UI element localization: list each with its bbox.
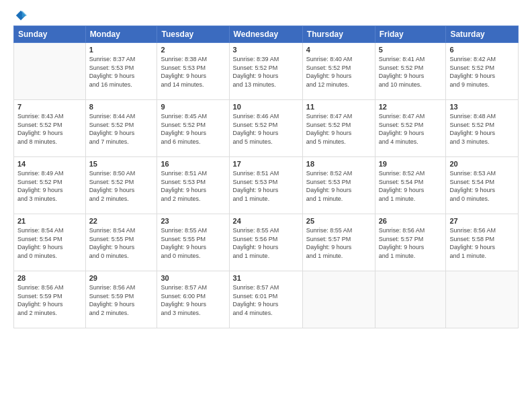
day-info: Sunrise: 8:38 AMSunset: 5:53 PMDaylight:… — [161, 55, 225, 89]
calendar-cell: 16Sunrise: 8:51 AMSunset: 5:53 PMDayligh… — [157, 157, 229, 214]
day-info: Sunrise: 8:46 AMSunset: 5:52 PMDaylight:… — [233, 112, 299, 146]
day-info: Sunrise: 8:51 AMSunset: 5:53 PMDaylight:… — [161, 169, 225, 203]
day-number: 16 — [161, 160, 225, 168]
calendar-week-row: 21Sunrise: 8:54 AMSunset: 5:54 PMDayligh… — [14, 214, 519, 271]
day-info: Sunrise: 8:55 AMSunset: 5:57 PMDaylight:… — [306, 226, 371, 260]
day-number: 11 — [306, 103, 371, 111]
day-info: Sunrise: 8:40 AMSunset: 5:52 PMDaylight:… — [306, 55, 371, 89]
day-number: 19 — [379, 160, 443, 168]
svg-marker-1 — [22, 11, 27, 18]
calendar-cell: 3Sunrise: 8:39 AMSunset: 5:52 PMDaylight… — [229, 43, 302, 100]
calendar-cell: 24Sunrise: 8:55 AMSunset: 5:56 PMDayligh… — [229, 214, 302, 271]
calendar-cell: 28Sunrise: 8:56 AMSunset: 5:59 PMDayligh… — [14, 271, 86, 328]
day-number: 28 — [17, 274, 82, 282]
calendar-cell — [375, 271, 446, 328]
day-info: Sunrise: 8:55 AMSunset: 5:56 PMDaylight:… — [233, 226, 299, 260]
day-number: 4 — [306, 46, 371, 54]
calendar-cell: 6Sunrise: 8:42 AMSunset: 5:52 PMDaylight… — [446, 43, 519, 100]
calendar-cell: 8Sunrise: 8:44 AMSunset: 5:52 PMDaylight… — [85, 100, 157, 157]
day-info: Sunrise: 8:49 AMSunset: 5:52 PMDaylight:… — [17, 169, 82, 203]
calendar-cell: 4Sunrise: 8:40 AMSunset: 5:52 PMDaylight… — [302, 43, 375, 100]
day-info: Sunrise: 8:56 AMSunset: 5:57 PMDaylight:… — [379, 226, 443, 260]
day-info: Sunrise: 8:48 AMSunset: 5:52 PMDaylight:… — [449, 112, 515, 146]
day-info: Sunrise: 8:39 AMSunset: 5:52 PMDaylight:… — [233, 55, 299, 89]
day-info: Sunrise: 8:47 AMSunset: 5:52 PMDaylight:… — [306, 112, 371, 146]
logo — [13, 11, 27, 19]
calendar-cell: 15Sunrise: 8:50 AMSunset: 5:52 PMDayligh… — [85, 157, 157, 214]
day-number: 21 — [17, 217, 82, 225]
calendar-day-header: Thursday — [302, 26, 375, 43]
day-number: 13 — [449, 103, 515, 111]
day-number: 10 — [233, 103, 299, 111]
calendar-day-header: Tuesday — [157, 26, 229, 43]
day-info: Sunrise: 8:57 AMSunset: 6:00 PMDaylight:… — [161, 283, 225, 317]
day-number: 22 — [89, 217, 154, 225]
day-info: Sunrise: 8:45 AMSunset: 5:52 PMDaylight:… — [161, 112, 225, 146]
calendar-cell: 23Sunrise: 8:55 AMSunset: 5:55 PMDayligh… — [157, 214, 229, 271]
calendar-cell: 26Sunrise: 8:56 AMSunset: 5:57 PMDayligh… — [375, 214, 446, 271]
calendar-cell: 2Sunrise: 8:38 AMSunset: 5:53 PMDaylight… — [157, 43, 229, 100]
day-number: 6 — [449, 46, 515, 54]
calendar-cell: 14Sunrise: 8:49 AMSunset: 5:52 PMDayligh… — [14, 157, 86, 214]
calendar-cell: 29Sunrise: 8:56 AMSunset: 5:59 PMDayligh… — [85, 271, 157, 328]
day-number: 30 — [161, 274, 225, 282]
day-number: 20 — [449, 160, 515, 168]
day-info: Sunrise: 8:51 AMSunset: 5:53 PMDaylight:… — [233, 169, 299, 203]
calendar-cell: 17Sunrise: 8:51 AMSunset: 5:53 PMDayligh… — [229, 157, 302, 214]
day-number: 9 — [161, 103, 225, 111]
day-number: 29 — [89, 274, 154, 282]
calendar-cell: 1Sunrise: 8:37 AMSunset: 5:53 PMDaylight… — [85, 43, 157, 100]
calendar-cell: 21Sunrise: 8:54 AMSunset: 5:54 PMDayligh… — [14, 214, 86, 271]
calendar-day-header: Wednesday — [229, 26, 302, 43]
day-info: Sunrise: 8:52 AMSunset: 5:53 PMDaylight:… — [306, 169, 371, 203]
day-number: 23 — [161, 217, 225, 225]
day-number: 18 — [306, 160, 371, 168]
calendar-day-header: Monday — [85, 26, 157, 43]
day-info: Sunrise: 8:52 AMSunset: 5:54 PMDaylight:… — [379, 169, 443, 203]
calendar-cell — [446, 271, 519, 328]
calendar-cell: 31Sunrise: 8:57 AMSunset: 6:01 PMDayligh… — [229, 271, 302, 328]
day-number: 8 — [89, 103, 154, 111]
day-info: Sunrise: 8:57 AMSunset: 6:01 PMDaylight:… — [233, 283, 299, 317]
day-number: 12 — [379, 103, 443, 111]
day-info: Sunrise: 8:42 AMSunset: 5:52 PMDaylight:… — [449, 55, 515, 89]
calendar-cell: 20Sunrise: 8:53 AMSunset: 5:54 PMDayligh… — [446, 157, 519, 214]
calendar-cell: 11Sunrise: 8:47 AMSunset: 5:52 PMDayligh… — [302, 100, 375, 157]
day-number: 26 — [379, 217, 443, 225]
calendar-cell: 12Sunrise: 8:47 AMSunset: 5:52 PMDayligh… — [375, 100, 446, 157]
calendar-cell: 19Sunrise: 8:52 AMSunset: 5:54 PMDayligh… — [375, 157, 446, 214]
calendar-day-header: Saturday — [446, 26, 519, 43]
day-info: Sunrise: 8:47 AMSunset: 5:52 PMDaylight:… — [379, 112, 443, 146]
day-info: Sunrise: 8:55 AMSunset: 5:55 PMDaylight:… — [161, 226, 225, 260]
day-number: 7 — [17, 103, 82, 111]
calendar-cell — [302, 271, 375, 328]
day-number: 27 — [449, 217, 515, 225]
day-number: 15 — [89, 160, 154, 168]
logo-icon — [15, 9, 27, 21]
calendar-day-header: Sunday — [14, 26, 86, 43]
day-number: 14 — [17, 160, 82, 168]
day-info: Sunrise: 8:43 AMSunset: 5:52 PMDaylight:… — [17, 112, 82, 146]
day-number: 2 — [161, 46, 225, 54]
calendar-week-row: 1Sunrise: 8:37 AMSunset: 5:53 PMDaylight… — [14, 43, 519, 100]
calendar-day-header: Friday — [375, 26, 446, 43]
day-number: 25 — [306, 217, 371, 225]
day-info: Sunrise: 8:37 AMSunset: 5:53 PMDaylight:… — [89, 55, 154, 89]
calendar-cell: 5Sunrise: 8:41 AMSunset: 5:52 PMDaylight… — [375, 43, 446, 100]
calendar-cell: 13Sunrise: 8:48 AMSunset: 5:52 PMDayligh… — [446, 100, 519, 157]
day-info: Sunrise: 8:53 AMSunset: 5:54 PMDaylight:… — [449, 169, 515, 203]
day-info: Sunrise: 8:56 AMSunset: 5:59 PMDaylight:… — [17, 283, 82, 317]
header — [13, 11, 519, 19]
calendar-cell: 9Sunrise: 8:45 AMSunset: 5:52 PMDaylight… — [157, 100, 229, 157]
day-info: Sunrise: 8:54 AMSunset: 5:55 PMDaylight:… — [89, 226, 154, 260]
day-info: Sunrise: 8:50 AMSunset: 5:52 PMDaylight:… — [89, 169, 154, 203]
calendar-week-row: 7Sunrise: 8:43 AMSunset: 5:52 PMDaylight… — [14, 100, 519, 157]
day-number: 24 — [233, 217, 299, 225]
calendar-cell: 7Sunrise: 8:43 AMSunset: 5:52 PMDaylight… — [14, 100, 86, 157]
calendar-cell: 18Sunrise: 8:52 AMSunset: 5:53 PMDayligh… — [302, 157, 375, 214]
day-info: Sunrise: 8:44 AMSunset: 5:52 PMDaylight:… — [89, 112, 154, 146]
calendar-cell: 27Sunrise: 8:56 AMSunset: 5:58 PMDayligh… — [446, 214, 519, 271]
day-info: Sunrise: 8:56 AMSunset: 5:58 PMDaylight:… — [449, 226, 515, 260]
calendar-cell: 25Sunrise: 8:55 AMSunset: 5:57 PMDayligh… — [302, 214, 375, 271]
day-info: Sunrise: 8:56 AMSunset: 5:59 PMDaylight:… — [89, 283, 154, 317]
